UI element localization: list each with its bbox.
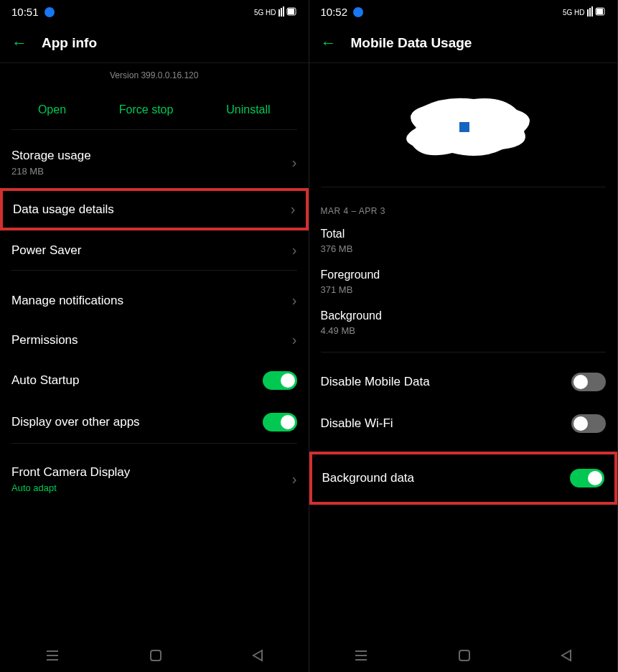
svg-rect-13 (591, 6, 593, 17)
disable-mobile-toggle[interactable] (571, 373, 606, 391)
background-label: Background (321, 309, 607, 322)
notification-dot-icon (45, 7, 55, 17)
status-bar: 10:51 5G HD (0, 0, 309, 24)
action-row: Open Force stop Uninstall (11, 90, 297, 130)
chevron-right-icon: › (292, 292, 297, 309)
svg-rect-5 (288, 9, 294, 14)
nav-back-icon[interactable] (561, 649, 572, 662)
auto-startup-row: Auto Startup (0, 360, 309, 401)
front-camera-row[interactable]: Front Camera Display Auto adapt › (0, 454, 309, 505)
stat-background: Background 4.49 MB (309, 302, 618, 343)
storage-usage-row[interactable]: Storage usage 218 MB › (0, 137, 309, 188)
uninstall-button[interactable]: Uninstall (226, 103, 270, 116)
svg-rect-20 (459, 650, 469, 661)
data-usage-label: Data usage details (13, 202, 114, 217)
status-icons: 5G HD (563, 6, 606, 18)
chevron-right-icon: › (292, 471, 297, 487)
nav-bar (0, 639, 309, 672)
display-over-row: Display over other apps (11, 401, 297, 444)
stat-foreground: Foreground 371 MB (309, 261, 618, 302)
auto-startup-toggle[interactable] (263, 371, 297, 390)
chevron-right-icon: › (292, 332, 297, 348)
svg-rect-16 (459, 122, 469, 132)
display-over-label: Display over other apps (11, 415, 140, 429)
permissions-row[interactable]: Permissions › (0, 320, 309, 360)
disable-wifi-toggle[interactable] (571, 414, 606, 433)
display-over-toggle[interactable] (263, 413, 297, 431)
front-camera-label: Front Camera Display (11, 465, 130, 480)
svg-rect-1 (278, 9, 280, 17)
notification-dot-icon (353, 7, 363, 17)
storage-label: Storage usage (11, 149, 91, 163)
notifications-label: Manage notifications (11, 294, 123, 308)
status-time: 10:52 (321, 6, 348, 18)
page-title: Mobile Data Usage (351, 35, 472, 51)
foreground-value: 371 MB (321, 284, 607, 295)
open-button[interactable]: Open (38, 103, 66, 116)
disable-wifi-row: Disable Wi-Fi (309, 403, 618, 444)
svg-rect-12 (589, 8, 591, 17)
app-version: Version 399.0.0.16.120 (0, 63, 309, 90)
chevron-right-icon: › (291, 201, 296, 218)
app-icon-redacted (373, 78, 553, 178)
power-saver-row[interactable]: Power Saver › (11, 230, 297, 271)
total-value: 376 MB (321, 243, 607, 254)
svg-rect-15 (596, 9, 603, 14)
storage-value: 218 MB (11, 166, 91, 177)
svg-rect-3 (283, 6, 284, 17)
header: ← App info (0, 24, 309, 63)
header: ← Mobile Data Usage (309, 24, 618, 63)
screen-mobile-data-usage: 10:52 5G HD ← Mobile Data Usage MAR 4 – … (309, 0, 619, 672)
disable-mobile-label: Disable Mobile Data (321, 375, 430, 389)
notifications-row[interactable]: Manage notifications › (0, 281, 309, 320)
back-arrow-icon[interactable]: ← (321, 34, 337, 52)
page-title: App info (42, 35, 97, 51)
svg-rect-11 (587, 9, 589, 17)
disable-mobile-row: Disable Mobile Data (309, 361, 618, 403)
date-range: MAR 4 – APR 3 (309, 196, 618, 220)
svg-rect-2 (281, 8, 282, 17)
nav-home-icon[interactable] (458, 649, 471, 662)
svg-rect-9 (151, 650, 161, 661)
nav-home-icon[interactable] (149, 649, 162, 662)
disable-wifi-label: Disable Wi-Fi (321, 416, 393, 431)
status-bar: 10:52 5G HD (309, 0, 618, 24)
nav-recent-icon[interactable] (354, 650, 368, 661)
permissions-label: Permissions (11, 333, 78, 347)
status-time: 10:51 (11, 6, 39, 18)
svg-text:5G HD: 5G HD (254, 9, 276, 17)
background-data-label: Background data (322, 471, 415, 485)
power-saver-label: Power Saver (11, 243, 81, 258)
svg-text:5G HD: 5G HD (563, 9, 585, 17)
total-label: Total (321, 228, 607, 241)
chevron-right-icon: › (292, 154, 297, 171)
nav-back-icon[interactable] (252, 649, 263, 662)
status-icons: 5G HD (254, 6, 297, 18)
data-usage-row[interactable]: Data usage details › (1, 190, 307, 229)
nav-bar (309, 639, 618, 672)
force-stop-button[interactable]: Force stop (119, 103, 174, 116)
nav-recent-icon[interactable] (45, 650, 60, 661)
auto-startup-label: Auto Startup (11, 373, 80, 388)
foreground-label: Foreground (321, 269, 607, 281)
back-arrow-icon[interactable]: ← (11, 34, 27, 52)
background-value: 4.49 MB (321, 325, 607, 336)
screen-app-info: 10:51 5G HD ← App info Version 399.0.0.1… (0, 0, 309, 672)
background-data-row: Background data (311, 453, 617, 503)
front-camera-value: Auto adapt (11, 482, 130, 493)
chevron-right-icon: › (292, 242, 297, 258)
background-data-toggle[interactable] (570, 469, 604, 487)
stat-total: Total 376 MB (309, 220, 618, 261)
